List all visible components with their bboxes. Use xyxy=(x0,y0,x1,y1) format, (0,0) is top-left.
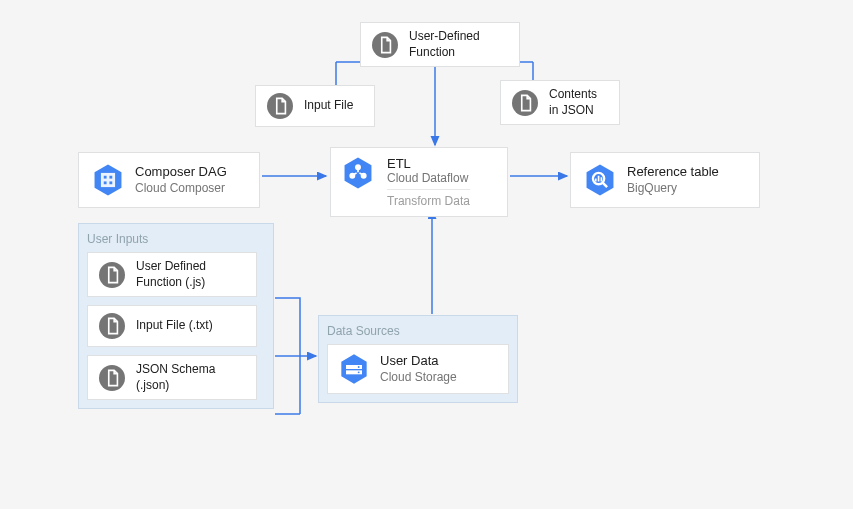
node-label: User-Defined Function xyxy=(409,29,509,60)
node-label-line1: JSON Schema xyxy=(136,362,215,378)
file-icon xyxy=(98,364,126,392)
dataflow-icon xyxy=(341,156,375,190)
node-input-file: Input File xyxy=(255,85,375,127)
node-composer-dag: Composer DAG Cloud Composer xyxy=(78,152,260,208)
node-title: ETL xyxy=(387,156,470,171)
node-label-line1: Input File (.txt) xyxy=(136,318,213,334)
group-title: User Inputs xyxy=(87,232,265,246)
svg-rect-16 xyxy=(346,371,362,375)
svg-point-0 xyxy=(372,32,398,58)
file-icon xyxy=(98,261,126,289)
node-json-schema: JSON Schema (.json) xyxy=(87,355,257,400)
bigquery-icon xyxy=(583,163,617,197)
svg-rect-7 xyxy=(109,181,112,184)
node-etl-dataflow: ETL Cloud Dataflow Transform Data xyxy=(330,147,508,217)
node-title: Composer DAG xyxy=(135,164,227,181)
node-subtitle: Cloud Dataflow xyxy=(387,171,470,190)
node-label-line2: Function (.js) xyxy=(136,275,206,291)
svg-point-8 xyxy=(356,165,360,169)
node-label: Input File xyxy=(304,98,353,114)
cloud-storage-icon xyxy=(338,353,370,385)
group-title: Data Sources xyxy=(327,324,509,338)
node-label-line2: (.json) xyxy=(136,378,215,394)
file-icon xyxy=(511,89,539,117)
svg-rect-6 xyxy=(104,181,107,184)
node-reference-table: Reference table BigQuery xyxy=(570,152,760,208)
node-label-line1: User Defined xyxy=(136,259,206,275)
composer-icon xyxy=(91,163,125,197)
group-data-sources: Data Sources User Data Cloud Storage xyxy=(318,315,518,403)
svg-point-18 xyxy=(358,372,360,374)
svg-rect-4 xyxy=(104,176,107,179)
node-subtitle: BigQuery xyxy=(627,181,719,197)
node-label-line1: Contents xyxy=(549,87,597,103)
node-subtitle: Cloud Storage xyxy=(380,370,457,386)
svg-rect-5 xyxy=(109,176,112,179)
node-title: User Data xyxy=(380,353,457,370)
node-udf-js: User Defined Function (.js) xyxy=(87,252,257,297)
node-user-defined-function: User-Defined Function xyxy=(360,22,520,67)
file-icon xyxy=(266,92,294,120)
group-user-inputs: User Inputs User Defined Function (.js) … xyxy=(78,223,274,409)
svg-point-14 xyxy=(99,365,125,391)
node-user-data: User Data Cloud Storage xyxy=(327,344,509,394)
file-icon xyxy=(371,31,399,59)
file-icon xyxy=(98,312,126,340)
node-input-file-txt: Input File (.txt) xyxy=(87,305,257,347)
node-subtitle: Cloud Composer xyxy=(135,181,227,197)
svg-point-17 xyxy=(358,366,360,368)
svg-point-1 xyxy=(267,93,293,119)
node-transform-label: Transform Data xyxy=(387,190,470,208)
node-label-line2: in JSON xyxy=(549,103,597,119)
svg-point-2 xyxy=(512,90,538,116)
svg-point-12 xyxy=(99,262,125,288)
svg-rect-15 xyxy=(346,365,362,369)
node-contents-json: Contents in JSON xyxy=(500,80,620,125)
svg-point-13 xyxy=(99,313,125,339)
node-title: Reference table xyxy=(627,164,719,181)
svg-rect-3 xyxy=(101,173,115,187)
